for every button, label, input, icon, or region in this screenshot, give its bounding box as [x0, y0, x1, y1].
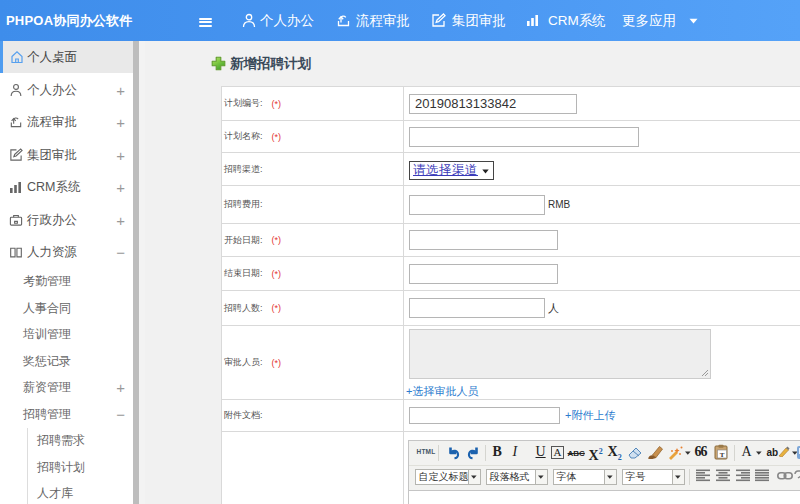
svg-text:T: T	[719, 451, 724, 459]
